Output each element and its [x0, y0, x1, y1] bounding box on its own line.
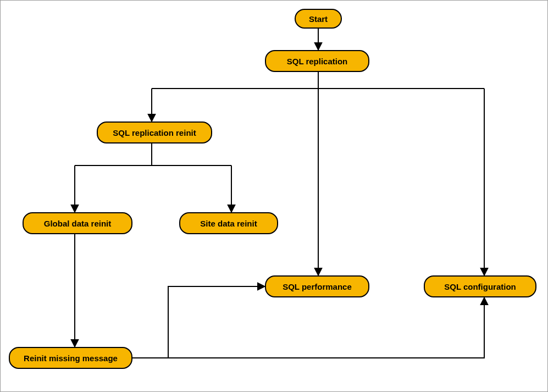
node-reinit-missing-message: Reinit missing message — [9, 347, 132, 369]
edge-missing-to-performance — [132, 286, 265, 358]
node-label: SQL configuration — [444, 282, 516, 291]
node-label: Global data reinit — [44, 219, 112, 228]
edge-missing-to-configuration — [132, 297, 484, 358]
node-global-data-reinit: Global data reinit — [23, 212, 132, 234]
node-label: SQL replication reinit — [113, 128, 196, 137]
node-sql-replication-reinit: SQL replication reinit — [97, 122, 212, 143]
node-label: Site data reinit — [200, 219, 257, 228]
node-sql-replication: SQL replication — [265, 50, 369, 72]
node-sql-configuration: SQL configuration — [424, 275, 536, 297]
node-label: Start — [309, 14, 328, 24]
node-sql-performance: SQL performance — [265, 275, 369, 297]
node-label: SQL performance — [283, 282, 352, 291]
diagram-canvas: Start SQL replication SQL replication re… — [0, 0, 548, 392]
node-start: Start — [295, 9, 342, 29]
edge-reinit-branch-bar — [75, 143, 231, 165]
edge-replication-branch-bar — [152, 72, 484, 89]
node-label: Reinit missing message — [24, 354, 118, 363]
node-site-data-reinit: Site data reinit — [179, 212, 278, 234]
node-label: SQL replication — [287, 57, 348, 66]
